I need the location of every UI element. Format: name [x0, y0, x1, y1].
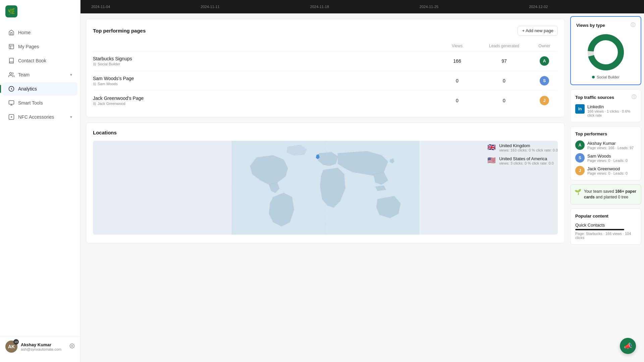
performer-name-2: Sam Woods [587, 154, 628, 159]
sidebar-item-nfc[interactable]: NFC Accessories ▾ [3, 110, 77, 124]
us-info: United States of America views: 3 clicks… [499, 156, 554, 165]
date-2: 2024-11-11 [201, 5, 219, 9]
traffic-info-icon[interactable]: ⓘ [632, 94, 636, 100]
page-name-3: Jack Greenwood's Page [93, 96, 437, 101]
analytics-icon [8, 85, 15, 92]
leads-3: 0 [477, 98, 531, 103]
home-icon [8, 29, 15, 36]
nfc-icon [8, 114, 15, 120]
notification-badge: 19 [13, 339, 19, 345]
page-name-2: Sam Woods's Page [93, 76, 437, 81]
sidebar-user: AK 19 Akshay Kumar ash@synxautomate.com [0, 336, 80, 357]
legend-label: Social Builder [597, 75, 619, 79]
sidebar-item-my-pages[interactable]: My Pages [3, 40, 77, 53]
owner-cell-1: A [531, 56, 558, 66]
locations-header: Locations [93, 130, 558, 135]
table-row: Jack Greenwood's Page ⛓ Jack Greenwood 0… [93, 91, 558, 110]
eco-suffix: and planted [595, 195, 618, 199]
page-owner-tag-3: ⛓ Jack Greenwood [93, 102, 437, 106]
performer-sam: S Sam Woods Page views: 0 · Leads: 0 [575, 153, 636, 163]
views-info-icon[interactable]: ⓘ [631, 22, 635, 28]
col-name [93, 44, 437, 48]
page-info-1: Starbucks Signups ⛓ Social Builder [93, 56, 437, 66]
eco-icon: 🌱 [575, 189, 581, 195]
add-page-button[interactable]: + Add new page [518, 26, 558, 36]
center-panel: Top performing pages + Add new page View… [80, 13, 570, 362]
date-4: 2024-11-25 [420, 5, 438, 9]
uk-flag: 🇬🇧 [487, 143, 496, 151]
popular-card-title: Popular content [575, 214, 636, 219]
contacts-icon [8, 57, 15, 64]
date-5: 2024-12-02 [529, 5, 548, 9]
sidebar-label-nfc: NFC Accessories [18, 114, 54, 120]
top-traffic-card: Top traffic sources ⓘ in LinkedIn 166 vi… [570, 89, 641, 122]
popular-item-1: Quick Contacts Page: Starbucks · 166 vie… [575, 223, 636, 240]
table-header: Views Leads generated Owner [93, 41, 558, 51]
performer-stats-2: Page views: 0 · Leads: 0 [587, 159, 628, 163]
uk-stats: views: 163 clicks: 0 % click rate: 0.0 [499, 148, 558, 152]
sidebar-item-smart-tools[interactable]: Smart Tools [3, 96, 77, 110]
table-row: Starbucks Signups ⛓ Social Builder 166 9… [93, 51, 558, 71]
svg-point-7 [71, 345, 73, 347]
sidebar: 🌿 Home My Pages Contact Book [0, 0, 80, 362]
team-chevron-icon: ▾ [70, 72, 72, 77]
table-row: Sam Woods's Page ⛓ Sam Woods 0 0 S [93, 71, 558, 91]
user-email: ash@synxautomate.com [21, 347, 66, 351]
performer-akshay: A Akshay Kumar Page views: 166 · Leads: … [575, 140, 636, 150]
page-info-2: Sam Woods's Page ⛓ Sam Woods [93, 76, 437, 86]
main-content: 2024-11-04 2024-11-11 2024-11-18 2024-11… [80, 0, 644, 362]
views-by-type-card: Views by type ⓘ Social Builder [570, 16, 641, 85]
performer-info-3: Jack Greenwood Page views: 0 · Leads: 0 [587, 166, 628, 175]
sidebar-item-analytics[interactable]: Analytics [3, 82, 77, 96]
sidebar-label-smart-tools: Smart Tools [18, 100, 43, 106]
us-stats: views: 3 clicks: 0 % click rate: 0.0 [499, 161, 554, 165]
user-name: Akshay Kumar [21, 342, 66, 347]
performers-card-title: Top performers [575, 131, 636, 136]
svg-point-1 [10, 72, 12, 74]
app-logo: 🌿 [5, 5, 17, 17]
settings-icon[interactable] [69, 343, 75, 350]
locations-card: Locations [86, 123, 565, 243]
sidebar-item-home[interactable]: Home [3, 26, 77, 39]
popular-content-card: Popular content Quick Contacts Page: Sta… [570, 208, 641, 245]
performer-name-3: Jack Greenwood [587, 166, 628, 171]
traffic-item-linkedin: in LinkedIn 166 views · 1 clicks · 0.6% … [575, 104, 636, 117]
us-name: United States of America [499, 156, 554, 161]
col-leads: Leads generated [477, 44, 531, 48]
uk-name: United Kingdom [499, 143, 558, 148]
col-views: Views [437, 44, 477, 48]
sidebar-label-analytics: Analytics [18, 86, 37, 92]
owner-cell-3: J [531, 96, 558, 105]
sidebar-label-my-pages: My Pages [18, 44, 39, 49]
date-3: 2024-11-18 [310, 5, 329, 9]
performer-avatar-3: J [575, 166, 585, 175]
linkedin-stats: 166 views · 1 clicks · 0.6% click rate [587, 109, 636, 117]
popular-name-1: Quick Contacts [575, 223, 636, 228]
performer-avatar-2: S [575, 153, 585, 163]
performer-name-1: Akshay Kumar [587, 141, 634, 146]
svg-rect-0 [9, 44, 14, 49]
page-info-3: Jack Greenwood's Page ⛓ Jack Greenwood [93, 96, 437, 106]
sidebar-label-contact-book: Contact Book [18, 58, 46, 63]
eco-text: Your team saved 166+ paper cards and pla… [584, 189, 637, 200]
views-card-title: Views by type ⓘ [576, 22, 635, 28]
sidebar-label-team: Team [18, 72, 30, 77]
top-performers-card: Top performers A Akshay Kumar Page views… [570, 126, 641, 180]
chain-icon-2: ⛓ [93, 82, 96, 86]
sidebar-item-team[interactable]: Team ▾ [3, 68, 77, 81]
team-icon [8, 71, 15, 78]
chat-button[interactable]: 📣 [620, 338, 636, 354]
eco-trees: 0 tree [618, 195, 628, 199]
views-1: 166 [437, 58, 477, 64]
avatar-wrapper[interactable]: AK 19 [5, 341, 17, 353]
sidebar-item-contact-book[interactable]: Contact Book [3, 54, 77, 67]
page-owner-label-1: Social Builder [98, 62, 120, 66]
top-bar: 2024-11-04 2024-11-11 2024-11-18 2024-11… [80, 0, 644, 13]
user-info: Akshay Kumar ash@synxautomate.com [21, 342, 66, 351]
date-1: 2024-11-04 [91, 5, 110, 9]
eco-badge: 🌱 Your team saved 166+ paper cards and p… [570, 184, 641, 204]
owner-avatar-2: S [540, 76, 549, 85]
chain-icon-3: ⛓ [93, 102, 96, 106]
linkedin-name: LinkedIn [587, 104, 636, 109]
country-item-us: 🇺🇸 United States of America views: 3 cli… [487, 156, 558, 165]
